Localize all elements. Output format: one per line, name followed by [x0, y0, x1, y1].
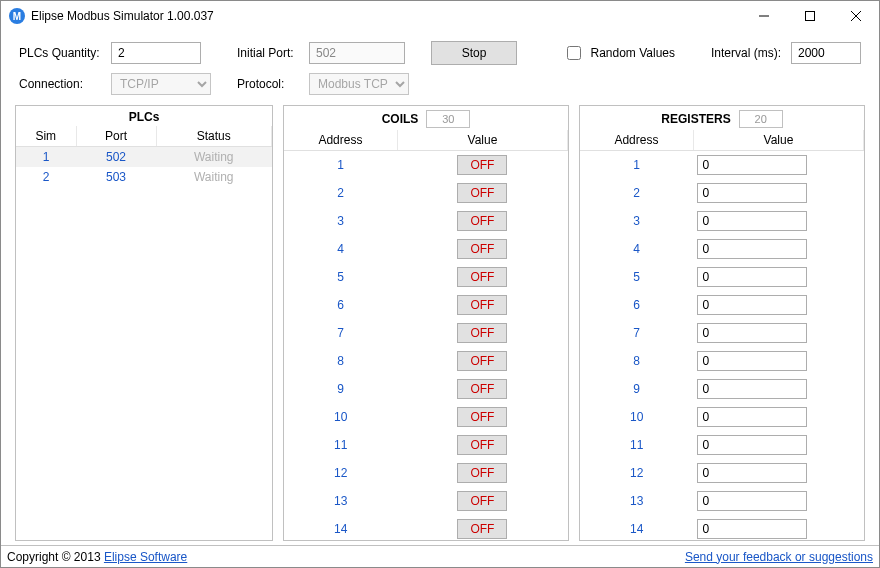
feedback-link[interactable]: Send your feedback or suggestions [685, 550, 873, 564]
plc-port: 503 [76, 167, 156, 187]
coil-toggle-button[interactable]: OFF [457, 323, 507, 343]
register-value-input[interactable] [697, 239, 807, 259]
content-area: PLCs Sim Port Status 1502Waiting2503Wait… [1, 99, 879, 545]
coils-col-value[interactable]: Value [397, 130, 567, 151]
app-icon: M [9, 8, 25, 24]
register-row: 2 [580, 179, 864, 207]
coil-row: 4OFF [284, 235, 568, 263]
plc-row[interactable]: 1502Waiting [16, 147, 272, 168]
protocol-label: Protocol: [237, 77, 299, 91]
coil-row: 5OFF [284, 263, 568, 291]
initial-port-input [309, 42, 405, 64]
close-button[interactable] [833, 1, 879, 31]
coil-toggle-button[interactable]: OFF [457, 155, 507, 175]
plcs-col-port[interactable]: Port [76, 126, 156, 147]
random-values-checkbox-label[interactable]: Random Values [563, 43, 675, 63]
interval-input[interactable] [791, 42, 861, 64]
coil-address: 9 [284, 375, 397, 403]
maximize-button[interactable] [787, 1, 833, 31]
plc-status: Waiting [156, 147, 272, 168]
register-value-input[interactable] [697, 519, 807, 539]
coil-toggle-button[interactable]: OFF [457, 379, 507, 399]
plcs-col-status[interactable]: Status [156, 126, 272, 147]
plc-row[interactable]: 2503Waiting [16, 167, 272, 187]
register-address: 12 [580, 459, 693, 487]
register-value-input[interactable] [697, 351, 807, 371]
titlebar: M Elipse Modbus Simulator 1.00.037 [1, 1, 879, 31]
elipse-link[interactable]: Elipse Software [104, 550, 187, 564]
coil-toggle-button[interactable]: OFF [457, 183, 507, 203]
plcs-quantity-label: PLCs Quantity: [19, 46, 101, 60]
connection-select: TCP/IP [111, 73, 211, 95]
registers-scroll-area[interactable]: Address Value 123456789101112131415 [580, 130, 864, 540]
register-value-input[interactable] [697, 295, 807, 315]
register-value-input[interactable] [697, 407, 807, 427]
coil-row: 2OFF [284, 179, 568, 207]
coil-toggle-button[interactable]: OFF [457, 463, 507, 483]
register-row: 11 [580, 431, 864, 459]
footer: Copyright © 2013 Elipse Software Send yo… [1, 545, 879, 567]
register-address: 13 [580, 487, 693, 515]
coil-row: 6OFF [284, 291, 568, 319]
registers-col-address[interactable]: Address [580, 130, 693, 151]
toolbar: PLCs Quantity: Initial Port: Stop Random… [1, 31, 879, 99]
coil-address: 11 [284, 431, 397, 459]
coil-row: 13OFF [284, 487, 568, 515]
register-address: 8 [580, 347, 693, 375]
coil-row: 1OFF [284, 151, 568, 179]
coil-address: 7 [284, 319, 397, 347]
plcs-quantity-input[interactable] [111, 42, 201, 64]
register-value-input[interactable] [697, 323, 807, 343]
register-address: 14 [580, 515, 693, 541]
coil-toggle-button[interactable]: OFF [457, 435, 507, 455]
coil-address: 14 [284, 515, 397, 541]
plcs-panel: PLCs Sim Port Status 1502Waiting2503Wait… [15, 105, 273, 541]
coil-toggle-button[interactable]: OFF [457, 211, 507, 231]
plc-port: 502 [76, 147, 156, 168]
register-address: 9 [580, 375, 693, 403]
register-value-input[interactable] [697, 183, 807, 203]
protocol-select: Modbus TCP [309, 73, 409, 95]
register-value-input[interactable] [697, 267, 807, 287]
register-value-input[interactable] [697, 379, 807, 399]
register-address: 2 [580, 179, 693, 207]
register-address: 3 [580, 207, 693, 235]
register-address: 4 [580, 235, 693, 263]
register-row: 10 [580, 403, 864, 431]
initial-port-label: Initial Port: [237, 46, 299, 60]
register-address: 1 [580, 151, 693, 179]
coil-toggle-button[interactable]: OFF [457, 295, 507, 315]
coil-address: 3 [284, 207, 397, 235]
register-address: 7 [580, 319, 693, 347]
coil-toggle-button[interactable]: OFF [457, 267, 507, 287]
register-value-input[interactable] [697, 463, 807, 483]
minimize-button[interactable] [741, 1, 787, 31]
registers-col-value[interactable]: Value [693, 130, 863, 151]
coils-col-address[interactable]: Address [284, 130, 397, 151]
coil-toggle-button[interactable]: OFF [457, 407, 507, 427]
plcs-col-sim[interactable]: Sim [16, 126, 76, 147]
register-address: 5 [580, 263, 693, 291]
coils-scroll-area[interactable]: Address Value 1OFF2OFF3OFF4OFF5OFF6OFF7O… [284, 130, 568, 540]
coil-row: 14OFF [284, 515, 568, 541]
register-value-input[interactable] [697, 211, 807, 231]
svg-rect-1 [806, 12, 815, 21]
registers-panel: REGISTERS 20 Address Value 1234567891011… [579, 105, 865, 541]
coil-toggle-button[interactable]: OFF [457, 351, 507, 371]
random-values-checkbox[interactable] [567, 46, 581, 60]
register-row: 1 [580, 151, 864, 179]
stop-button[interactable]: Stop [431, 41, 517, 65]
coil-toggle-button[interactable]: OFF [457, 239, 507, 259]
coil-toggle-button[interactable]: OFF [457, 491, 507, 511]
register-value-input[interactable] [697, 155, 807, 175]
coils-panel: COILS 30 Address Value 1OFF2OFF3OFF4OFF5… [283, 105, 569, 541]
register-address: 10 [580, 403, 693, 431]
register-value-input[interactable] [697, 435, 807, 455]
register-row: 8 [580, 347, 864, 375]
plcs-panel-title: PLCs [129, 110, 160, 124]
coil-row: 12OFF [284, 459, 568, 487]
register-value-input[interactable] [697, 491, 807, 511]
coil-toggle-button[interactable]: OFF [457, 519, 507, 539]
coil-row: 10OFF [284, 403, 568, 431]
plc-sim: 2 [16, 167, 76, 187]
